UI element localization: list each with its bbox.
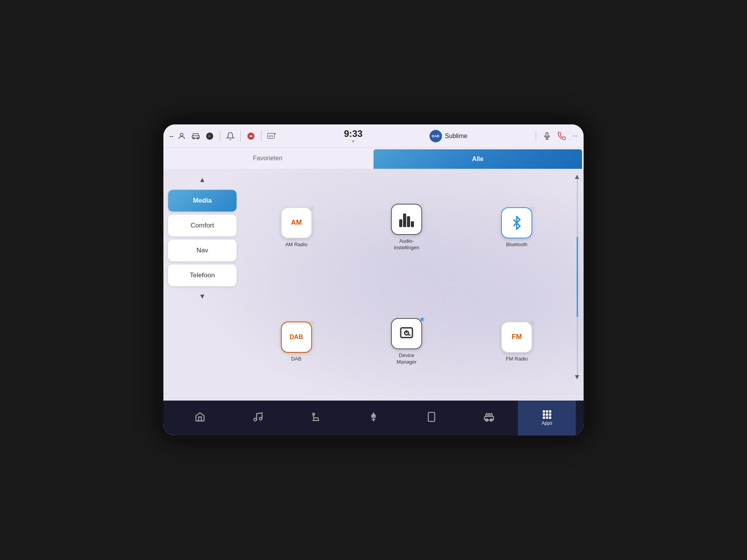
car-display-bezel: -- [160,121,587,439]
app-cell-audio[interactable]: ☆ Audio-instellingen [355,173,458,282]
bluetooth-star[interactable]: ☆ [529,204,535,213]
nav-apps[interactable]: Apps [518,401,576,436]
dab-star[interactable]: ☆ [309,318,315,327]
tab-favorieten[interactable]: Favorieten [163,148,372,169]
sidebar-scroll-up[interactable]: ▲ [168,173,237,187]
svg-point-14 [254,418,256,421]
divider-1 [220,130,220,142]
fm-radio-icon-wrapper: FM ☆ [501,322,532,353]
tab-alle[interactable]: Alle [374,149,582,169]
status-right-icons: -- [534,130,577,142]
music-icon [253,411,263,425]
bell-icon [225,131,236,142]
device-manager-icon-wrapper: ★ [391,318,422,349]
device-manager-star[interactable]: ★ [419,315,425,324]
nav-music[interactable] [229,401,287,436]
main-content: ▲ Media Comfort Nav Telefoon ▼ [163,169,584,401]
gps-icon: GPS [266,131,277,142]
nav-phone[interactable] [402,401,460,436]
svg-point-16 [313,413,315,415]
car-icon [190,131,201,142]
sidebar-item-nav[interactable]: Nav [168,240,237,261]
divider-4 [536,130,536,142]
app-grid-container: AM ☆ AM Radio [241,169,584,401]
scroll-track [577,177,578,377]
dab-icon: DAB [281,322,312,353]
nav-navigation[interactable] [345,401,403,436]
bottom-nav: Apps [163,401,584,436]
bluetooth-icon [501,207,532,238]
sidebar-item-media[interactable]: Media [168,190,237,212]
audio-star[interactable]: ☆ [419,201,425,209]
app-cell-fm-radio[interactable]: FM ☆ FM Radio [466,288,568,396]
app-cell-dab[interactable]: DAB ☆ DAB [245,288,347,396]
device-manager-icon [391,318,422,349]
svg-point-15 [259,417,262,420]
tab-bar: Favorieten Alle [163,148,584,169]
fm-radio-icon: FM [501,322,532,353]
device-manager-label: DeviceManager [396,352,416,366]
audio-icon-wrapper: ☆ [391,204,422,235]
profile-icon [176,131,187,142]
navigation-icon [368,411,379,425]
audio-instellingen-icon [391,204,422,235]
circle-icon [204,131,215,142]
nav-seat[interactable] [287,401,345,436]
dab-badge: DAB [430,130,442,142]
svg-point-8 [274,133,276,134]
svg-rect-19 [428,412,434,421]
sidebar-item-comfort[interactable]: Comfort [168,215,237,236]
grid-scroll-down[interactable]: ▼ [573,373,580,381]
apps-label: Apps [542,420,552,426]
fm-radio-label: FM Radio [506,356,528,362]
am-radio-icon-wrapper: AM ☆ [281,207,312,238]
car-nav-icon [483,411,495,425]
audio-label: Audio-instellingen [394,238,419,251]
bluetooth-icon-wrapper: ☆ [501,207,532,238]
fm-radio-star[interactable]: ☆ [529,318,535,327]
scroll-thumb [577,237,578,317]
audio-bars [399,212,414,227]
am-radio-icon: AM [281,207,312,238]
am-radio-star[interactable]: ☆ [309,204,315,213]
home-icon [195,411,205,425]
nav-home[interactable] [171,401,229,436]
app-grid: AM ☆ AM Radio [245,173,580,396]
svg-rect-9 [546,132,548,136]
seat-icon [310,411,321,425]
dab-label: DAB [291,356,302,362]
svg-text:GPS: GPS [268,135,273,137]
nav-car[interactable] [460,401,518,436]
sidebar: ▲ Media Comfort Nav Telefoon ▼ [163,169,241,401]
app-cell-am-radio[interactable]: AM ☆ AM Radio [245,173,347,282]
car-display-screen: -- [163,124,584,436]
svg-point-0 [181,133,183,136]
divider-2 [240,130,241,142]
signal-error-icon [245,131,256,142]
status-dash: -- [170,133,173,139]
microphone-icon[interactable] [542,131,552,142]
status-time[interactable]: 9:33 ▼ [344,128,363,144]
sidebar-scroll-down[interactable]: ▼ [168,289,237,303]
app-cell-bluetooth[interactable]: ☆ Bluetooth [466,173,568,282]
station-name: Sublime [445,133,468,140]
apps-icon [543,410,551,419]
bluetooth-label: Bluetooth [506,242,528,248]
status-bar: -- [163,124,584,148]
am-radio-label: AM Radio [285,242,307,248]
divider-3 [261,130,261,142]
dab-icon-wrapper: DAB ☆ [281,322,312,353]
apps-grid-icon [543,410,551,419]
app-cell-device-manager[interactable]: ★ DeviceManager [355,288,458,396]
bottom-phone-icon [426,411,437,425]
phone-icon[interactable] [556,131,567,142]
sidebar-item-telefoon[interactable]: Telefoon [168,264,237,286]
